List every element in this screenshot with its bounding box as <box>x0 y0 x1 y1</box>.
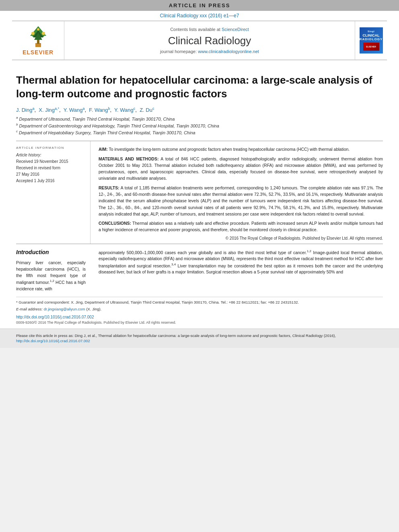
journal-title-header: Clinical Radiology <box>168 35 251 47</box>
journal-header-center: Contents lists available at ScienceDirec… <box>64 21 355 60</box>
revised-date: 27 May 2016 <box>16 172 85 177</box>
affiliation-a: a Department of Ultrasound, Tianjin Thir… <box>16 115 383 122</box>
sup-1-2-left: 1,2 <box>50 279 54 283</box>
article-content: Thermal ablation for hepatocellular carc… <box>0 60 399 325</box>
abstract-section: ARTICLE INFORMATION Article history: Rec… <box>16 141 383 243</box>
homepage-url[interactable]: www.clinicalradiologyonline.net <box>198 49 259 54</box>
sup-1-2-right: 1,2 <box>307 249 311 253</box>
elsevier-text: ELSEVIER <box>23 49 53 55</box>
journal-header: ELSEVIER Contents lists available at Sci… <box>12 21 387 60</box>
introduction-left-para: Primary liver cancer, especially hepatoc… <box>16 259 86 292</box>
sciencedirect-prefix: Contents lists available at <box>170 27 222 32</box>
journal-homepage-line: journal homepage: www.clinicalradiologyo… <box>160 49 259 54</box>
abstract-results: RESULTS: A total of 1,185 thermal ablati… <box>99 185 383 217</box>
revised-label: Received in revised form <box>16 165 85 171</box>
introduction-right: approximately 500,000–1,000,000 cases ea… <box>99 249 383 292</box>
email-link[interactable]: dr.jingxiang@aliyun.com <box>44 307 85 311</box>
citation-box: Please cite this article in press as: Di… <box>0 329 399 348</box>
journal-logo-right: Singl CLINICAL RADIOLOGY ELSEVIER <box>355 21 387 60</box>
introduction-heading: Introduction <box>16 249 86 255</box>
abstract-methods: MATERIALS AND METHODS: A total of 846 HC… <box>99 156 383 182</box>
abstract-aim: AIM: To investigate the long-term outcom… <box>99 146 383 152</box>
radiology-logo-box: Singl CLINICAL RADIOLOGY ELSEVIER <box>360 27 383 53</box>
section-separator <box>16 244 383 244</box>
citation-text: Please cite this article in press as: Di… <box>16 333 383 344</box>
sup-3-4: 3,4 <box>171 263 176 266</box>
guarantor-footnote: * Guarantor and correspondent: X. Jing, … <box>16 300 383 305</box>
affiliations: a Department of Ultrasound, Tianjin Thir… <box>16 115 383 136</box>
journal-reference-line: Clinical Radiology xxx (2016) e1—e7 <box>0 11 399 21</box>
abstract-column: AIM: To investigate the long-term outcom… <box>99 141 383 243</box>
issn-line: 0009-9260/© 2016 The Royal College of Ra… <box>16 320 383 325</box>
citation-doi-link[interactable]: http://dx.doi.org/10.1016/j.crad.2016.07… <box>16 339 90 343</box>
svg-rect-1 <box>37 40 39 44</box>
introduction-left: Introduction Primary liver cancer, espec… <box>16 249 90 292</box>
email-footnote: E-mail address: dr.jingxiang@aliyun.com … <box>16 306 383 312</box>
authors-line: J. Dinga, X. Jinga,*, Y. Wanga, F. Wangb… <box>16 107 383 113</box>
accepted-date: Accepted 1 July 2016 <box>16 178 85 184</box>
article-info-heading: ARTICLE INFORMATION <box>16 146 85 150</box>
article-in-press-banner: ARTICLE IN PRESS <box>0 0 399 11</box>
svg-point-7 <box>42 32 45 35</box>
affiliation-b: b Department of Gastroenterology and Hep… <box>16 122 383 129</box>
copyright-line: © 2016 The Royal College of Radiologists… <box>99 236 383 240</box>
svg-point-8 <box>37 28 39 31</box>
abstract-conclusions: CONCLUSIONS: Thermal ablation was a rela… <box>99 220 383 233</box>
sciencedirect-link[interactable]: ScienceDirect <box>222 27 249 32</box>
homepage-prefix: journal homepage: <box>160 49 198 54</box>
introduction-section: Introduction Primary liver cancer, espec… <box>16 249 383 292</box>
author-j-ding: J. Dinga, X. Jinga,*, Y. Wanga, F. Wangb… <box>16 107 154 113</box>
email-suffix: (X. Jing). <box>86 307 101 311</box>
received-date: Received 19 November 2015 <box>16 159 85 164</box>
sciencedirect-line: Contents lists available at ScienceDirec… <box>170 27 249 32</box>
affiliation-c: c Department of Hepatobiliary Surgery, T… <box>16 129 383 136</box>
elsevier-logo-section: ELSEVIER <box>12 21 64 60</box>
article-history-label: Article history: <box>16 153 85 157</box>
elsevier-logo: ELSEVIER <box>23 25 53 55</box>
elsevier-tree-icon <box>24 25 52 47</box>
footnote-area: * Guarantor and correspondent: X. Jing, … <box>16 297 383 325</box>
article-title: Thermal ablation for hepatocellular carc… <box>16 74 383 101</box>
svg-point-6 <box>31 32 35 35</box>
introduction-right-para: approximately 500,000–1,000,000 cases ea… <box>99 249 383 275</box>
doi-line[interactable]: http://dx.doi.org/10.1016/j.crad.2016.07… <box>16 315 383 319</box>
article-info-column: ARTICLE INFORMATION Article history: Rec… <box>16 141 90 243</box>
